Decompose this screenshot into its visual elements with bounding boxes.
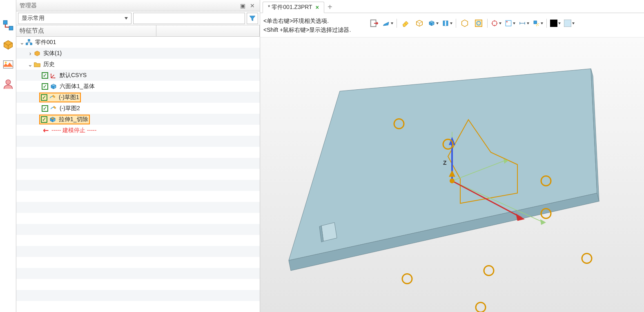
visibility-checkbox[interactable] <box>42 83 48 90</box>
tree-item-label: (-)草图1 <box>59 94 79 101</box>
tree-solids-label: 实体(1) <box>43 50 62 57</box>
side-tab-strip <box>0 0 16 312</box>
tree-item-label: (-)草图2 <box>60 105 80 112</box>
sketch-icon <box>49 94 56 101</box>
collapse-icon[interactable]: ⌄ <box>19 39 25 46</box>
close-tab-icon[interactable]: × <box>316 4 319 11</box>
svg-rect-0 <box>3 20 7 24</box>
minimize-panel-icon[interactable]: ▣ <box>238 2 247 10</box>
expand-icon[interactable]: › <box>27 50 33 57</box>
csys-icon <box>50 72 57 79</box>
svg-rect-8 <box>52 118 54 119</box>
toolbar-separator <box>397 19 397 28</box>
sidetab-user-icon[interactable] <box>0 74 16 94</box>
tree-item-sketch2[interactable]: (-)草图2 <box>16 103 260 114</box>
hint-line-2: <Shift +鼠标右键>显示选择过滤器. <box>263 25 369 34</box>
svg-point-16 <box>506 21 508 22</box>
svg-rect-2 <box>3 61 13 69</box>
column-header-2[interactable] <box>156 25 260 36</box>
svg-rect-17 <box>534 21 537 24</box>
close-panel-icon[interactable]: ✕ <box>248 2 256 10</box>
cube-icon <box>50 83 57 90</box>
document-tab-bar: * 零件001.Z3PRT × + <box>260 0 644 13</box>
filter-combo[interactable]: 显示常用 <box>18 13 131 24</box>
svg-point-40 <box>582 254 592 263</box>
tool-shaded-box-icon[interactable] <box>428 18 439 29</box>
svg-point-3 <box>5 62 7 64</box>
column-header[interactable]: 特征节点 <box>16 25 156 36</box>
visibility-checkbox[interactable] <box>42 72 48 79</box>
tree-stop-label: ----- 建模停止 ----- <box>51 127 96 134</box>
tree-stop-marker[interactable]: ----- 建模停止 ----- <box>16 125 260 136</box>
tool-color-swatch-black[interactable] <box>550 18 561 29</box>
tool-exit-icon[interactable] <box>369 18 379 29</box>
tool-color-swatch-light[interactable] <box>564 18 575 29</box>
sidetab-image-icon[interactable] <box>0 55 16 74</box>
svg-point-4 <box>6 80 11 85</box>
context-hints: <单击右键>环境相关选项. <Shift +鼠标右键>显示选择过滤器. <box>263 15 369 34</box>
svg-point-37 <box>484 266 494 276</box>
tree-item-hexahedron[interactable]: 六面体1_基体 <box>16 81 260 92</box>
collapse-icon[interactable]: ⌄ <box>27 61 33 68</box>
tree-solids[interactable]: › 实体(1) <box>16 48 260 59</box>
tree-item-label: 拉伸1_切除 <box>59 116 88 123</box>
svg-rect-5 <box>28 39 30 41</box>
tree-item-extrude-cut[interactable]: 拉伸1_切除 <box>16 114 260 125</box>
tool-eraser-icon[interactable] <box>400 18 411 29</box>
svg-rect-19 <box>564 20 571 27</box>
tree-history[interactable]: ⌄ 历史 <box>16 59 260 70</box>
tree-root-label: 零件001 <box>35 39 56 46</box>
tree-item-label: 六面体1_基体 <box>60 83 95 90</box>
view-toolbar: <单击右键>环境相关选项. <Shift +鼠标右键>显示选择过滤器. <box>260 13 644 38</box>
chevron-down-icon <box>527 22 529 24</box>
tree-root[interactable]: ⌄ 零件001 <box>16 37 260 48</box>
svg-marker-26 <box>540 219 546 225</box>
svg-point-39 <box>476 303 486 312</box>
svg-rect-12 <box>475 20 482 27</box>
solid-icon <box>33 50 41 57</box>
svg-point-31 <box>450 179 455 184</box>
tree-history-label: 历史 <box>43 61 55 68</box>
tool-dimension-icon[interactable] <box>519 18 529 29</box>
tool-target-icon[interactable] <box>491 18 501 29</box>
svg-rect-1 <box>9 26 13 30</box>
svg-rect-6 <box>26 43 28 45</box>
svg-point-38 <box>402 274 412 284</box>
chevron-down-icon <box>125 17 128 20</box>
document-tab[interactable]: * 零件001.Z3PRT × <box>263 2 324 13</box>
tool-light-icon[interactable] <box>533 18 543 29</box>
filter-funnel-button[interactable] <box>247 13 258 24</box>
toolbar-separator <box>546 19 547 28</box>
tool-hex-wire-icon[interactable] <box>459 18 470 29</box>
tool-corner-point-icon[interactable] <box>505 18 515 29</box>
chevron-down-icon <box>391 22 393 24</box>
sidetab-box-icon[interactable] <box>0 35 16 55</box>
visibility-checkbox[interactable] <box>41 94 47 101</box>
panel-title-bar: 管理器 ▣ ✕ <box>16 0 260 11</box>
tool-wireframe-box-icon[interactable] <box>414 18 425 29</box>
tree-item-label: 默认CSYS <box>60 72 87 79</box>
chevron-down-icon <box>558 22 561 24</box>
sidetab-tree-icon[interactable] <box>0 15 16 35</box>
filter-combo-label: 显示常用 <box>22 15 45 22</box>
stop-arrow-icon <box>42 127 49 134</box>
visibility-checkbox[interactable] <box>42 105 48 112</box>
search-input[interactable] <box>133 13 245 24</box>
tool-tilt-plane-icon[interactable] <box>383 18 393 29</box>
tree-item-csys[interactable]: 默认CSYS <box>16 70 260 81</box>
toolbar-separator <box>487 19 488 28</box>
add-tab-button[interactable]: + <box>324 1 336 13</box>
visibility-checkbox[interactable] <box>41 116 47 123</box>
hint-line-1: <单击右键>环境相关选项. <box>263 16 369 25</box>
tree-item-sketch1[interactable]: (-)草图1 <box>16 92 260 103</box>
viewport-3d[interactable]: Z <box>260 38 644 312</box>
chevron-down-icon <box>499 22 501 24</box>
svg-rect-7 <box>30 43 32 45</box>
tool-select-face-icon[interactable] <box>473 18 484 29</box>
axis-label-z: Z <box>443 159 447 166</box>
chevron-down-icon <box>450 22 452 24</box>
sketch-icon <box>50 105 57 112</box>
toolbar-separator <box>456 19 456 28</box>
tool-section-view-icon[interactable] <box>442 18 452 29</box>
assembly-icon <box>25 39 33 46</box>
